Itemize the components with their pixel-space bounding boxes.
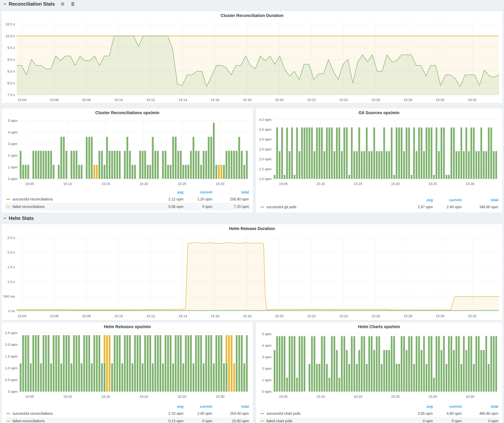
legend-row-successful-reconciliations[interactable]: successful reconciliations 2.12 opm 1.20… [5, 195, 250, 203]
legend-col-current[interactable]: current [433, 198, 462, 202]
legend: avg current total successful chart pulls… [259, 403, 499, 423]
svg-text:15:24: 15:24 [339, 314, 348, 318]
helm-release-duration-plot[interactable]: 15:0415:0615:0815:1015:1215:1415:1615:18… [2, 233, 502, 319]
legend-col-total[interactable]: total [462, 198, 498, 202]
series-total: 15.60 opm [212, 419, 249, 423]
panel-title[interactable]: Helm Charts ops/min [256, 324, 502, 329]
legend-row-failed-reconciliations[interactable]: failed reconciliations 0.13 opm 0 opm 15… [5, 417, 250, 423]
svg-text:15:06: 15:06 [50, 98, 59, 102]
svg-text:15:15: 15:15 [102, 182, 110, 186]
legend-col-total[interactable]: total [462, 405, 498, 409]
panel-title[interactable]: Cluster Reconciliations ops/min [2, 110, 253, 115]
panel-title[interactable]: Git Sources ops/min [256, 110, 502, 115]
series-label[interactable]: successful reconciliations [12, 411, 155, 416]
svg-text:15:32: 15:32 [468, 314, 476, 318]
svg-text:15:28: 15:28 [404, 98, 412, 102]
series-color-dash [6, 421, 10, 422]
trash-icon[interactable] [71, 1, 75, 6]
svg-text:15:25: 15:25 [178, 182, 186, 186]
series-color-dash [260, 207, 264, 207]
series-current: 0 opm [433, 419, 462, 423]
svg-text:15:26: 15:26 [371, 314, 380, 318]
helm-releases-plot[interactable]: 15:0515:1015:1515:2015:2515:300 opm0.5 o… [2, 329, 253, 400]
svg-text:0 opm: 0 opm [262, 390, 271, 394]
svg-text:15:26: 15:26 [371, 98, 380, 102]
series-color-dash [6, 413, 10, 414]
series-label[interactable]: failed reconciliations [12, 419, 155, 423]
svg-text:15:14: 15:14 [179, 98, 187, 102]
cluster-reconciliations-plot[interactable]: 15:0515:1015:1515:2015:2515:300 opm1 opm… [2, 115, 253, 187]
legend-row-successful-chart-pulls[interactable]: successful chart pulls 3.85 opm 4.80 opm… [259, 410, 499, 417]
section-title[interactable]: Reconciliation Stats [9, 1, 55, 7]
legend-col-total[interactable]: total [212, 405, 249, 409]
svg-text:15:12: 15:12 [146, 98, 155, 102]
svg-text:15:24: 15:24 [339, 98, 348, 102]
panel-title[interactable]: Cluster Reconciliation Duration [2, 13, 502, 18]
panel-helm-releases: Helm Releases ops/min 15:0515:1015:1515:… [1, 322, 253, 423]
svg-text:15:30: 15:30 [436, 98, 444, 102]
svg-text:15:25: 15:25 [428, 182, 437, 186]
svg-text:15:18: 15:18 [243, 98, 251, 102]
series-avg: 2.10 opm [155, 411, 183, 416]
svg-text:15:08: 15:08 [82, 98, 90, 102]
legend-row-failed-reconciliations[interactable]: failed reconciliations 0.06 opm 0 opm 7.… [5, 203, 250, 210]
chevron-down-icon[interactable] [3, 2, 7, 6]
gear-icon[interactable] [60, 1, 65, 6]
series-avg: 0.13 opm [155, 419, 183, 423]
legend: avg current total successful reconciliat… [5, 403, 250, 423]
panel-git-sources: Git Sources ops/min 15:0515:1015:1515:20… [256, 108, 503, 213]
series-label[interactable]: successful git pulls [266, 205, 404, 209]
svg-text:2 opm: 2 opm [262, 367, 271, 370]
series-total: 7.20 opm [212, 205, 249, 209]
svg-text:15:10: 15:10 [316, 395, 325, 399]
legend-row-successful-git-pulls[interactable]: successful git pulls 2.87 opm 2.40 opm 3… [259, 203, 499, 211]
panel-title[interactable]: Helm Release Duration [2, 226, 502, 231]
svg-text:1.0 s: 1.0 s [7, 280, 15, 284]
panel-title[interactable]: Helm Releases ops/min [2, 324, 253, 329]
svg-text:15:30: 15:30 [466, 182, 474, 186]
svg-text:2.0 s: 2.0 s [7, 250, 15, 254]
series-label[interactable]: successful chart pulls [266, 411, 404, 416]
svg-text:15:30: 15:30 [466, 395, 474, 399]
series-total: 0 opm [462, 419, 498, 423]
panel-helm-charts: Helm Charts ops/min 15:0515:1015:1515:20… [256, 322, 503, 423]
series-avg: 0.06 opm [155, 205, 183, 209]
panel-cluster-reconciliations: Cluster Reconciliations ops/min 15:0515:… [1, 108, 253, 213]
svg-text:15:28: 15:28 [404, 314, 412, 318]
legend-col-avg[interactable]: avg [404, 405, 433, 409]
svg-text:9.5 s: 9.5 s [7, 46, 15, 50]
svg-text:3.0 opm: 3.0 opm [259, 137, 272, 141]
panel-cluster-reconciliation-duration: Cluster Reconciliation Duration 15:0415:… [1, 11, 503, 103]
legend-col-current[interactable]: current [433, 405, 462, 409]
svg-text:15:15: 15:15 [102, 395, 110, 399]
svg-text:3 opm: 3 opm [8, 142, 18, 146]
legend-col-current[interactable]: current [183, 405, 212, 409]
legend-row-successful-reconciliations[interactable]: successful reconciliations 2.10 opm 2.40… [5, 410, 250, 417]
svg-text:15:05: 15:05 [279, 182, 288, 186]
svg-text:15:16: 15:16 [211, 98, 219, 102]
series-avg: 0 opm [404, 419, 433, 423]
helm-charts-plot[interactable]: 15:0515:1015:1515:2015:2515:300 opm1 opm… [256, 329, 502, 400]
legend-row-failed-chart-pulls[interactable]: failed chart pulls 0 opm 0 opm 0 opm [259, 417, 499, 423]
legend-col-avg[interactable]: avg [404, 198, 433, 202]
series-total: 256.80 opm [212, 197, 249, 201]
legend-col-current[interactable]: current [183, 190, 212, 194]
series-current: 2.40 opm [433, 205, 462, 209]
legend-col-avg[interactable]: avg [155, 405, 183, 409]
svg-text:2.5 opm: 2.5 opm [5, 331, 18, 335]
series-label[interactable]: successful reconciliations [12, 197, 155, 201]
svg-text:3 opm: 3 opm [262, 355, 271, 359]
series-label[interactable]: failed chart pulls [266, 419, 404, 423]
chevron-down-icon[interactable] [3, 216, 7, 220]
svg-text:1.5 s: 1.5 s [7, 265, 15, 269]
legend-col-avg[interactable]: avg [155, 190, 183, 194]
legend-header: avg current total [259, 403, 499, 410]
legend-col-total[interactable]: total [212, 190, 249, 194]
series-label[interactable]: failed reconciliations [12, 205, 155, 209]
svg-text:15:05: 15:05 [25, 395, 34, 399]
svg-text:7.5 s: 7.5 s [7, 93, 15, 97]
svg-text:2 opm: 2 opm [8, 153, 18, 158]
git-sources-plot[interactable]: 15:0515:1015:1515:2015:2515:301.0 opm1.5… [256, 115, 502, 187]
section-title[interactable]: Helm Stats [9, 216, 34, 221]
cluster-reconciliation-duration-plot[interactable]: 15:0415:0615:0815:1015:1215:1415:1615:18… [2, 19, 502, 103]
